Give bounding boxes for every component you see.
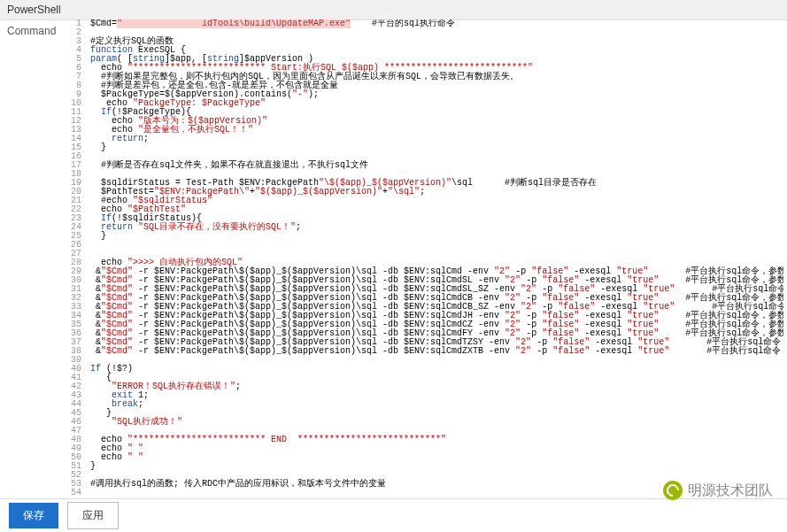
apply-button[interactable]: 应用: [67, 502, 119, 529]
watermark: 明源技术团队: [663, 481, 773, 500]
wechat-icon: [663, 481, 683, 500]
save-button[interactable]: 保存: [9, 503, 58, 528]
command-label: Command: [7, 25, 56, 37]
panel-header: PowerShell: [0, 0, 787, 20]
bottom-bar: 保存 应用: [0, 498, 787, 532]
code-editor[interactable]: 1 2 3 4 5 6 7 8 9 10 11 12 13 14 15 16 1…: [66, 19, 783, 497]
watermark-text: 明源技术团队: [688, 482, 773, 500]
code-body[interactable]: $Cmd=" ldTools\build\UpdateMAP.exe" #平台的…: [90, 19, 783, 497]
panel-title: PowerShell: [7, 4, 61, 16]
line-gutter: 1 2 3 4 5 6 7 8 9 10 11 12 13 14 15 16 1…: [66, 19, 85, 497]
